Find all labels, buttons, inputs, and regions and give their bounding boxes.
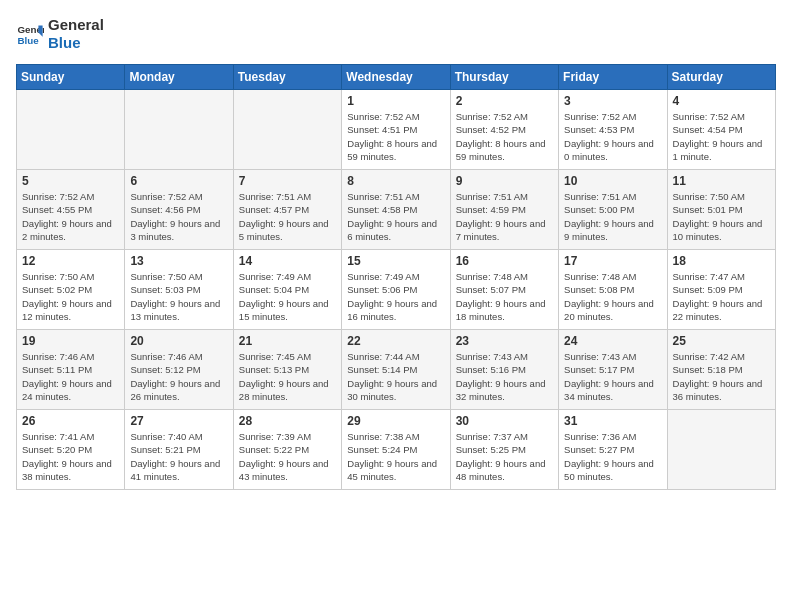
day-number: 25 [673,334,770,348]
cell-text: Sunset: 4:54 PM [673,123,770,136]
cell-text: Sunset: 5:21 PM [130,443,227,456]
calendar-cell: 18Sunrise: 7:47 AMSunset: 5:09 PMDayligh… [667,250,775,330]
cell-text: Daylight: 9 hours and 12 minutes. [22,297,119,324]
cell-text: Sunset: 5:12 PM [130,363,227,376]
day-number: 2 [456,94,553,108]
cell-text: Sunset: 5:25 PM [456,443,553,456]
day-number: 23 [456,334,553,348]
calendar-week-4: 19Sunrise: 7:46 AMSunset: 5:11 PMDayligh… [17,330,776,410]
calendar-cell: 21Sunrise: 7:45 AMSunset: 5:13 PMDayligh… [233,330,341,410]
calendar-cell: 1Sunrise: 7:52 AMSunset: 4:51 PMDaylight… [342,90,450,170]
cell-text: Sunrise: 7:50 AM [130,270,227,283]
day-number: 4 [673,94,770,108]
day-number: 22 [347,334,444,348]
calendar-cell: 14Sunrise: 7:49 AMSunset: 5:04 PMDayligh… [233,250,341,330]
cell-text: Daylight: 9 hours and 45 minutes. [347,457,444,484]
calendar-cell: 3Sunrise: 7:52 AMSunset: 4:53 PMDaylight… [559,90,667,170]
cell-text: Daylight: 9 hours and 9 minutes. [564,217,661,244]
day-number: 16 [456,254,553,268]
calendar-cell: 28Sunrise: 7:39 AMSunset: 5:22 PMDayligh… [233,410,341,490]
calendar-cell: 13Sunrise: 7:50 AMSunset: 5:03 PMDayligh… [125,250,233,330]
calendar-cell [667,410,775,490]
cell-text: Sunset: 4:52 PM [456,123,553,136]
calendar-cell: 6Sunrise: 7:52 AMSunset: 4:56 PMDaylight… [125,170,233,250]
cell-text: Daylight: 9 hours and 26 minutes. [130,377,227,404]
cell-text: Sunset: 5:17 PM [564,363,661,376]
day-number: 19 [22,334,119,348]
calendar-cell: 15Sunrise: 7:49 AMSunset: 5:06 PMDayligh… [342,250,450,330]
cell-text: Daylight: 9 hours and 16 minutes. [347,297,444,324]
cell-text: Daylight: 9 hours and 38 minutes. [22,457,119,484]
calendar-cell: 2Sunrise: 7:52 AMSunset: 4:52 PMDaylight… [450,90,558,170]
cell-text: Daylight: 8 hours and 59 minutes. [347,137,444,164]
cell-text: Sunrise: 7:52 AM [130,190,227,203]
cell-text: Sunrise: 7:52 AM [673,110,770,123]
cell-text: Sunset: 5:20 PM [22,443,119,456]
cell-text: Daylight: 9 hours and 28 minutes. [239,377,336,404]
cell-text: Sunset: 5:03 PM [130,283,227,296]
calendar-cell: 7Sunrise: 7:51 AMSunset: 4:57 PMDaylight… [233,170,341,250]
cell-text: Daylight: 9 hours and 6 minutes. [347,217,444,244]
cell-text: Sunset: 5:02 PM [22,283,119,296]
cell-text: Sunrise: 7:51 AM [347,190,444,203]
day-header-thursday: Thursday [450,65,558,90]
day-number: 30 [456,414,553,428]
calendar-cell: 29Sunrise: 7:38 AMSunset: 5:24 PMDayligh… [342,410,450,490]
cell-text: Daylight: 9 hours and 1 minute. [673,137,770,164]
calendar-cell [125,90,233,170]
cell-text: Sunrise: 7:46 AM [130,350,227,363]
day-number: 7 [239,174,336,188]
svg-marker-2 [38,26,42,37]
cell-text: Daylight: 9 hours and 10 minutes. [673,217,770,244]
calendar-cell: 19Sunrise: 7:46 AMSunset: 5:11 PMDayligh… [17,330,125,410]
calendar-cell: 27Sunrise: 7:40 AMSunset: 5:21 PMDayligh… [125,410,233,490]
cell-text: Sunrise: 7:43 AM [456,350,553,363]
day-number: 17 [564,254,661,268]
day-number: 13 [130,254,227,268]
cell-text: Sunset: 5:09 PM [673,283,770,296]
calendar-cell [17,90,125,170]
cell-text: Sunrise: 7:52 AM [564,110,661,123]
calendar-cell: 17Sunrise: 7:48 AMSunset: 5:08 PMDayligh… [559,250,667,330]
logo-text: General Blue [48,16,104,52]
day-number: 20 [130,334,227,348]
cell-text: Daylight: 8 hours and 59 minutes. [456,137,553,164]
day-header-monday: Monday [125,65,233,90]
day-number: 15 [347,254,444,268]
cell-text: Sunrise: 7:40 AM [130,430,227,443]
cell-text: Sunrise: 7:46 AM [22,350,119,363]
calendar-cell: 12Sunrise: 7:50 AMSunset: 5:02 PMDayligh… [17,250,125,330]
cell-text: Sunset: 5:08 PM [564,283,661,296]
cell-text: Sunset: 5:06 PM [347,283,444,296]
calendar-table: SundayMondayTuesdayWednesdayThursdayFrid… [16,64,776,490]
day-number: 14 [239,254,336,268]
cell-text: Sunset: 4:57 PM [239,203,336,216]
day-number: 8 [347,174,444,188]
cell-text: Sunrise: 7:45 AM [239,350,336,363]
calendar-week-5: 26Sunrise: 7:41 AMSunset: 5:20 PMDayligh… [17,410,776,490]
cell-text: Daylight: 9 hours and 18 minutes. [456,297,553,324]
cell-text: Sunrise: 7:51 AM [564,190,661,203]
calendar-cell: 22Sunrise: 7:44 AMSunset: 5:14 PMDayligh… [342,330,450,410]
cell-text: Sunrise: 7:51 AM [239,190,336,203]
cell-text: Sunset: 4:53 PM [564,123,661,136]
cell-text: Sunset: 5:04 PM [239,283,336,296]
cell-text: Sunrise: 7:37 AM [456,430,553,443]
cell-text: Sunrise: 7:49 AM [239,270,336,283]
cell-text: Daylight: 9 hours and 50 minutes. [564,457,661,484]
calendar-cell: 8Sunrise: 7:51 AMSunset: 4:58 PMDaylight… [342,170,450,250]
cell-text: Sunrise: 7:49 AM [347,270,444,283]
day-number: 6 [130,174,227,188]
day-number: 28 [239,414,336,428]
cell-text: Sunrise: 7:36 AM [564,430,661,443]
cell-text: Sunrise: 7:48 AM [564,270,661,283]
cell-text: Daylight: 9 hours and 43 minutes. [239,457,336,484]
cell-text: Daylight: 9 hours and 30 minutes. [347,377,444,404]
day-number: 3 [564,94,661,108]
calendar-cell [233,90,341,170]
cell-text: Daylight: 9 hours and 41 minutes. [130,457,227,484]
cell-text: Sunset: 5:14 PM [347,363,444,376]
calendar-week-3: 12Sunrise: 7:50 AMSunset: 5:02 PMDayligh… [17,250,776,330]
cell-text: Sunset: 5:18 PM [673,363,770,376]
cell-text: Sunrise: 7:50 AM [22,270,119,283]
